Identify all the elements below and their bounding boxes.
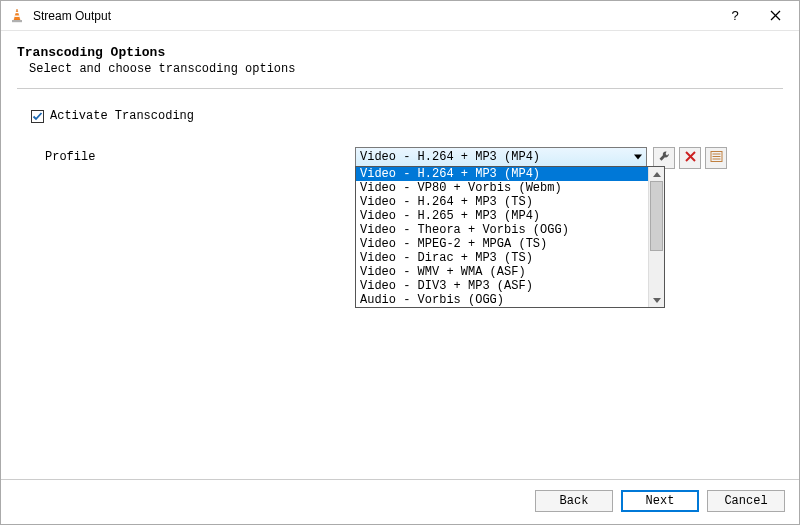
svg-rect-2 xyxy=(14,15,19,16)
svg-marker-0 xyxy=(14,9,20,20)
close-button[interactable] xyxy=(755,2,795,30)
vlc-icon xyxy=(9,8,25,24)
chevron-down-icon xyxy=(634,155,642,160)
cancel-button[interactable]: Cancel xyxy=(707,490,785,512)
profile-option[interactable]: Video - Theora + Vorbis (OGG) xyxy=(356,223,648,237)
profile-option[interactable]: Audio - Vorbis (OGG) xyxy=(356,293,648,307)
profile-option[interactable]: Video - H.265 + MP3 (MP4) xyxy=(356,209,648,223)
scroll-up-button[interactable] xyxy=(649,167,664,181)
profile-option[interactable]: Video - H.264 + MP3 (TS) xyxy=(356,195,648,209)
profile-option[interactable]: Video - MPEG-2 + MPGA (TS) xyxy=(356,237,648,251)
profile-selected-value: Video - H.264 + MP3 (MP4) xyxy=(360,150,540,164)
profile-option[interactable]: Video - Dirac + MP3 (TS) xyxy=(356,251,648,265)
scroll-thumb[interactable] xyxy=(650,181,663,251)
delete-x-icon xyxy=(684,150,697,167)
profile-option[interactable]: Video - DIV3 + MP3 (ASF) xyxy=(356,279,648,293)
delete-profile-button[interactable] xyxy=(679,147,701,169)
profile-dropdown-list: Video - H.264 + MP3 (MP4) Video - VP80 +… xyxy=(356,167,648,307)
profile-dropdown: Video - H.264 + MP3 (MP4) Video - VP80 +… xyxy=(355,166,665,308)
section-subheading: Select and choose transcoding options xyxy=(29,62,783,76)
scroll-down-button[interactable] xyxy=(649,293,664,307)
dialog-window: Stream Output ? Transcoding Options Sele… xyxy=(0,0,800,525)
section-heading: Transcoding Options xyxy=(17,45,783,60)
svg-rect-3 xyxy=(12,20,22,22)
activate-transcoding-label: Activate Transcoding xyxy=(50,109,194,123)
activate-transcoding-checkbox[interactable] xyxy=(31,110,44,123)
dialog-footer: Back Next Cancel xyxy=(1,479,799,524)
profile-option[interactable]: Video - WMV + WMA (ASF) xyxy=(356,265,648,279)
wrench-icon xyxy=(658,150,671,167)
profile-label: Profile xyxy=(45,147,355,164)
new-list-icon xyxy=(710,150,723,167)
profile-option[interactable]: Video - H.264 + MP3 (MP4) xyxy=(356,167,648,181)
profile-combobox[interactable]: Video - H.264 + MP3 (MP4) xyxy=(355,147,647,167)
new-profile-button[interactable] xyxy=(705,147,727,169)
next-button[interactable]: Next xyxy=(621,490,699,512)
profile-combobox-wrap: Video - H.264 + MP3 (MP4) Video - H.264 … xyxy=(355,147,647,167)
dropdown-scrollbar[interactable] xyxy=(648,167,664,307)
help-button[interactable]: ? xyxy=(715,2,755,30)
profile-option[interactable]: Video - VP80 + Vorbis (Webm) xyxy=(356,181,648,195)
activate-transcoding-row[interactable]: Activate Transcoding xyxy=(31,109,783,123)
back-button[interactable]: Back xyxy=(535,490,613,512)
dialog-content: Transcoding Options Select and choose tr… xyxy=(1,31,799,479)
profile-row: Profile Video - H.264 + MP3 (MP4) Video … xyxy=(45,147,783,169)
titlebar: Stream Output ? xyxy=(1,1,799,31)
svg-rect-1 xyxy=(15,12,19,13)
divider xyxy=(17,88,783,89)
window-title: Stream Output xyxy=(33,9,715,23)
